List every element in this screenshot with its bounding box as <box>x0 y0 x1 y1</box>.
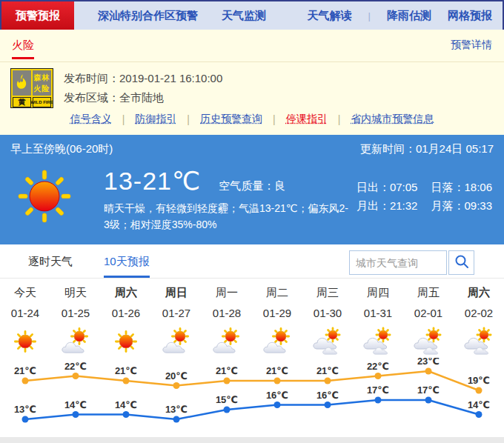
forecast-day-column[interactable]: 周一01-28 <box>202 286 252 356</box>
publish-area-value: 全市陆地 <box>119 91 164 104</box>
temp-range: 13-21℃ <box>104 166 201 196</box>
day-date: 01-25 <box>50 307 101 319</box>
svg-text:21℃: 21℃ <box>266 365 288 376</box>
weather-page: 预警预报 深汕特别合作区预警天气监测 天气解读|降雨估测网格预报 火险 预警详情… <box>0 0 504 443</box>
forecast-day-column[interactable]: 今天01-24 <box>0 286 50 356</box>
tab-ten-day-forecast[interactable]: 10天预报 <box>104 255 150 278</box>
forecast-day-column[interactable]: 周三01-30 <box>302 286 353 356</box>
air-quality-value: 良 <box>274 179 285 192</box>
nav-item[interactable]: 降雨估测 <box>387 9 431 23</box>
nav-tab-warning-forecast[interactable]: 预警预报 <box>1 1 74 30</box>
warning-en-label: WILD FIRE <box>33 97 51 107</box>
sun-moon-item: 月出：21:32 <box>357 199 418 213</box>
sun-moon-label: 日出： <box>357 181 390 193</box>
cloudy-icon <box>353 327 403 356</box>
publish-area-row: 发布区域：全市陆地 <box>64 88 222 107</box>
warning-link[interactable]: 信号含义 <box>70 113 112 126</box>
warning-link[interactable]: 历史预警查询 <box>200 113 262 126</box>
nav-right-items: 天气解读|降雨估测网格预报 <box>291 1 503 30</box>
forecast-day-column[interactable]: 周六01-26 <box>101 286 151 356</box>
air-quality-label: 空气质量： <box>219 179 274 192</box>
update-time: 更新时间：01月24日 05:17 <box>360 142 494 156</box>
update-time-label: 更新时间： <box>360 142 416 155</box>
svg-text:23℃: 23℃ <box>417 358 440 367</box>
nav-divider: | <box>368 10 371 21</box>
cloudy-icon <box>454 327 504 356</box>
svg-text:21℃: 21℃ <box>216 365 238 376</box>
weather-description: 晴天干燥，有轻微到轻度霾；气温13-21℃；偏东风2-3级；相对湿度35%-80… <box>104 200 348 233</box>
sun-moon-value: 09:33 <box>464 199 492 212</box>
warning-detail-link[interactable]: 预警详情 <box>451 39 492 52</box>
forecast-day-column[interactable]: 周日01-27 <box>151 286 202 356</box>
svg-text:17℃: 17℃ <box>417 384 440 396</box>
warning-links-row: 信号含义|防御指引|历史预警查询|停课指引|省内城市预警信息 <box>0 113 504 126</box>
warning-body: 森林火险 黄 WILD FIRE 发布时间：2019-01-21 16:10:0… <box>0 62 504 108</box>
sun-moon-value: 21:32 <box>390 199 418 212</box>
day-name: 周五 <box>403 286 454 300</box>
forecast-day-column[interactable]: 周二01-29 <box>252 286 302 356</box>
nav-left-items: 深汕特别合作区预警天气监测 <box>74 1 266 30</box>
warning-link[interactable]: 停课指引 <box>286 113 328 126</box>
svg-text:20℃: 20℃ <box>165 370 188 382</box>
day-date: 01-31 <box>353 307 403 319</box>
wildfire-icon-bottom: 黄 WILD FIRE <box>13 97 51 107</box>
temperature-chart: 21℃22℃21℃20℃21℃21℃21℃22℃23℃19℃13℃14℃14℃1… <box>0 358 504 436</box>
sunny-icon <box>101 327 151 356</box>
nav-item[interactable]: 天气解读 <box>308 9 352 23</box>
warning-head: 火险 预警详情 <box>0 30 504 62</box>
forecast-day-column[interactable]: 周五02-01 <box>403 286 454 356</box>
sun-moon-label: 月落： <box>431 199 464 212</box>
wildfire-icon-title: 森林火险 <box>33 70 51 96</box>
cloudy-icon <box>403 327 454 356</box>
city-search-box <box>349 250 474 275</box>
city-search-input[interactable] <box>349 250 447 275</box>
svg-text:15℃: 15℃ <box>216 394 238 405</box>
publish-time-value: 2019-01-21 16:10:00 <box>119 72 222 84</box>
svg-text:13℃: 13℃ <box>165 404 188 415</box>
tab-fire-risk[interactable]: 火险 <box>12 39 34 59</box>
sun-moon-value: 07:05 <box>390 181 418 193</box>
day-name: 周日 <box>151 286 202 300</box>
nav-item[interactable]: 深汕特别合作区预警 <box>98 9 198 23</box>
link-divider: | <box>122 113 125 125</box>
day-name: 周二 <box>252 286 302 300</box>
day-name: 周六 <box>454 286 504 300</box>
sun-moon-label: 月出： <box>357 199 390 212</box>
air-quality: 空气质量：良 <box>219 179 285 193</box>
svg-text:14℃: 14℃ <box>468 399 490 410</box>
day-date: 01-27 <box>151 307 202 319</box>
partly-cloudy-icon <box>202 327 252 356</box>
current-weather-body: 13-21℃ 空气质量：良 晴天干燥，有轻微到轻度霾；气温13-21℃；偏东风2… <box>0 161 504 244</box>
svg-text:16℃: 16℃ <box>266 390 288 401</box>
partly-cloudy-icon <box>151 327 202 356</box>
wildfire-warning-icon: 森林火险 黄 WILD FIRE <box>10 68 53 108</box>
day-date: 01-28 <box>202 307 252 319</box>
forecast-day-column[interactable]: 明天01-25 <box>50 286 101 356</box>
svg-text:13℃: 13℃ <box>14 404 36 415</box>
search-button[interactable] <box>448 250 474 275</box>
sunny-icon <box>0 327 50 356</box>
tab-hourly-weather[interactable]: 逐时天气 <box>28 255 73 276</box>
day-name: 周三 <box>302 286 353 300</box>
day-date: 01-26 <box>101 307 151 319</box>
warning-link[interactable]: 省内城市预警信息 <box>351 113 434 126</box>
day-date: 01-29 <box>252 307 302 319</box>
forecast-day-column[interactable]: 周四01-31 <box>353 286 403 356</box>
current-weather-panel: 早上至傍晚(06-20时) 更新时间：01月24日 05:17 13-21℃ 空… <box>0 135 504 244</box>
day-date: 01-24 <box>0 307 50 319</box>
nav-item[interactable]: 网格预报 <box>448 9 492 23</box>
forecast-day-column[interactable]: 周六02-02 <box>454 286 504 356</box>
publish-time-label: 发布时间： <box>64 72 119 84</box>
svg-text:21℃: 21℃ <box>316 365 339 376</box>
day-name: 周一 <box>202 286 252 300</box>
temp-row: 13-21℃ 空气质量：良 <box>104 166 285 196</box>
day-name: 周四 <box>353 286 403 300</box>
sun-moon-value: 18:06 <box>464 181 492 193</box>
nav-item[interactable]: 天气监测 <box>222 9 266 23</box>
svg-text:17℃: 17℃ <box>367 384 389 396</box>
warning-link[interactable]: 防御指引 <box>135 113 176 126</box>
svg-text:22℃: 22℃ <box>367 361 389 372</box>
sun-moon-times: 日出：07:05日落：18:06月出：21:32月落：09:33 <box>357 181 492 213</box>
svg-text:14℃: 14℃ <box>64 399 87 410</box>
link-divider: | <box>338 113 341 125</box>
